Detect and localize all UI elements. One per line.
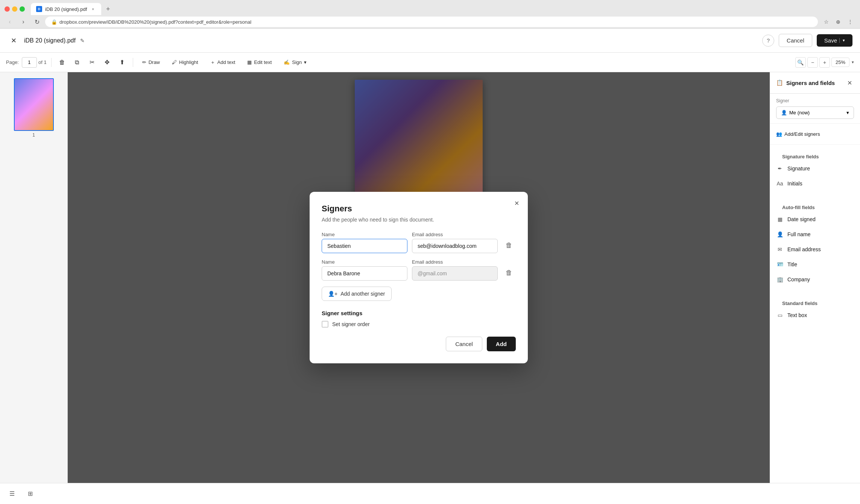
highlight-button[interactable]: 🖊 Highlight xyxy=(167,57,203,67)
full-name-item[interactable]: 👤 Full name xyxy=(776,227,854,242)
help-button[interactable]: ? xyxy=(762,35,774,47)
zoom-display[interactable]: 25% xyxy=(831,58,849,67)
add-signer-label: Add another signer xyxy=(340,291,385,297)
page-input[interactable] xyxy=(22,57,37,68)
zoom-in-button[interactable]: + xyxy=(819,57,830,68)
modal-cancel-button[interactable]: Cancel xyxy=(446,337,482,351)
signature-fields-title: Signature fields xyxy=(776,149,854,161)
signature-fields-section: Signature fields ✒ Signature Aa Initials xyxy=(770,145,860,196)
signer1-name-input[interactable] xyxy=(322,239,407,253)
signer1-name-label: Name xyxy=(322,232,407,237)
signer1-email-input[interactable] xyxy=(412,239,498,253)
search-button[interactable]: 🔍 xyxy=(795,57,806,68)
initials-icon: Aa xyxy=(776,180,784,187)
add-another-signer-button[interactable]: 👤+ Add another signer xyxy=(322,287,392,301)
zoom-out-button[interactable]: − xyxy=(807,57,818,68)
minimize-window-button[interactable] xyxy=(12,6,17,12)
edit-text-label: Edit text xyxy=(254,59,272,65)
pdf-viewer-area[interactable]: Ankur ✕ Signers Add the people who need … xyxy=(68,72,770,483)
new-tab-button[interactable]: + xyxy=(103,4,113,14)
signer-chevron-icon: ▾ xyxy=(846,110,849,115)
initials-field-item[interactable]: Aa Initials xyxy=(776,176,854,191)
signer-person-icon: 👤 xyxy=(781,110,787,115)
modal-add-button[interactable]: Add xyxy=(487,337,516,351)
right-panel-close-button[interactable]: ✕ xyxy=(845,78,854,87)
signer-row-1: Name Email address 🗑 xyxy=(322,232,516,253)
signer2-email-input[interactable] xyxy=(412,266,498,281)
menu-toggle-button[interactable]: ☰ xyxy=(6,488,18,500)
grid-view-button[interactable]: ⊞ xyxy=(24,488,36,500)
title-label: Title xyxy=(787,261,797,267)
modal-close-button[interactable]: ✕ xyxy=(511,198,522,208)
text-box-item[interactable]: ▭ Text box xyxy=(776,308,854,323)
edit-text-button[interactable]: ▦ Edit text xyxy=(243,57,276,67)
copy-button[interactable]: ⧉ xyxy=(71,56,83,68)
add-text-icon: ＋ xyxy=(210,59,215,66)
signature-field-item[interactable]: ✒ Signature xyxy=(776,161,854,176)
save-label: Save xyxy=(824,37,837,44)
sign-label: Sign xyxy=(292,59,302,65)
initials-label: Initials xyxy=(787,181,802,187)
title-icon: 🪪 xyxy=(776,261,784,268)
tab-label: iDB 20 (signed).pdf xyxy=(45,6,87,12)
tab-close-button[interactable]: × xyxy=(90,6,96,12)
forward-button[interactable]: › xyxy=(18,17,29,27)
close-window-button[interactable] xyxy=(5,6,10,12)
settings-title: Signer settings xyxy=(322,310,516,316)
signer2-name-input[interactable] xyxy=(322,266,407,281)
signer2-name-group: Name xyxy=(322,259,407,281)
sign-button[interactable]: ✍ Sign ▾ xyxy=(279,57,311,67)
autofill-fields-title: Auto-fill fields xyxy=(776,200,854,212)
reload-button[interactable]: ↻ xyxy=(32,17,42,27)
company-item[interactable]: 🏢 Company xyxy=(776,272,854,287)
menu-button[interactable]: ⋮ xyxy=(845,17,855,27)
cancel-button[interactable]: Cancel xyxy=(779,34,812,47)
save-dropdown-icon: ▾ xyxy=(839,38,845,43)
browser-chrome: D iDB 20 (signed).pdf × + ‹ › ↻ 🔒 dropbo… xyxy=(0,0,860,29)
right-panel-title: 📋 Signers and fields xyxy=(776,79,835,86)
toolbar-separator-2 xyxy=(133,58,133,67)
bottom-toolbar: ☰ ⊞ xyxy=(0,483,860,504)
signer-section: Signer 👤 Me (now) ▾ xyxy=(770,94,860,124)
move-button[interactable]: ✥ xyxy=(101,56,113,68)
export-button[interactable]: ⬆ xyxy=(116,56,128,68)
zoom-controls: 🔍 − + 25% ▾ xyxy=(795,57,854,68)
add-edit-section: 👥 Add/Edit signers xyxy=(770,124,860,145)
signer2-delete-button[interactable]: 🗑 xyxy=(502,266,516,280)
date-signed-icon: ▦ xyxy=(776,216,784,223)
bookmark-button[interactable]: ☆ xyxy=(821,17,831,27)
page-thumbnail[interactable]: 1 xyxy=(14,78,54,138)
add-edit-signers-button[interactable]: 👥 Add/Edit signers xyxy=(776,128,854,140)
draw-button[interactable]: ✏ Draw xyxy=(138,57,164,67)
add-signer-icon: 👤+ xyxy=(328,291,337,297)
add-text-button[interactable]: ＋ Add text xyxy=(206,57,240,68)
back-button[interactable]: ‹ xyxy=(5,17,15,27)
close-button[interactable]: ✕ xyxy=(8,35,20,47)
signer-select[interactable]: 👤 Me (now) ▾ xyxy=(776,106,854,119)
active-tab[interactable]: D iDB 20 (signed).pdf × xyxy=(31,3,101,15)
top-bar: ✕ iDB 20 (signed).pdf ✎ ? Cancel Save ▾ xyxy=(0,29,860,53)
lock-icon: 🔒 xyxy=(51,19,57,25)
signer1-delete-button[interactable]: 🗑 xyxy=(502,239,516,252)
delete-button[interactable]: 🗑 xyxy=(56,56,68,68)
maximize-window-button[interactable] xyxy=(20,6,25,12)
modal-subtitle: Add the people who need to sign this doc… xyxy=(322,217,516,223)
highlight-label: Highlight xyxy=(179,59,198,65)
date-signed-item[interactable]: ▦ Date signed xyxy=(776,212,854,227)
draw-icon: ✏ xyxy=(142,59,146,65)
title-item[interactable]: 🪪 Title xyxy=(776,257,854,272)
tab-favicon: D xyxy=(36,6,42,12)
set-order-label: Set signer order xyxy=(332,321,370,327)
full-name-label: Full name xyxy=(787,231,810,237)
modal-overlay: ✕ Signers Add the people who need to sig… xyxy=(68,72,770,483)
extensions-button[interactable]: ⊕ xyxy=(833,17,843,27)
set-order-checkbox[interactable] xyxy=(322,321,328,328)
cut-button[interactable]: ✂ xyxy=(86,56,98,68)
email-address-item[interactable]: ✉ Email address xyxy=(776,242,854,257)
url-bar[interactable]: 🔒 dropbox.com/preview/iDB/iDB%2020%20(si… xyxy=(45,17,818,27)
toolbar-separator-1 xyxy=(51,58,52,67)
toolbar: Page: of 1 🗑 ⧉ ✂ ✥ ⬆ ✏ Draw 🖊 Highlight … xyxy=(0,53,860,72)
save-button[interactable]: Save ▾ xyxy=(817,34,852,47)
browser-actions: ☆ ⊕ ⋮ xyxy=(821,17,855,27)
edit-title-icon[interactable]: ✎ xyxy=(80,38,85,44)
